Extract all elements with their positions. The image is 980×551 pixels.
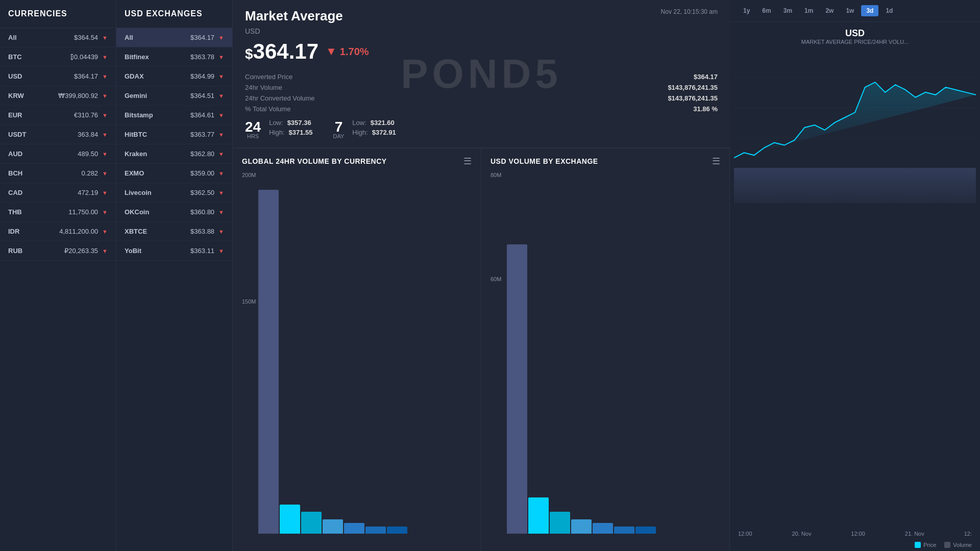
exchange-trend-icon: ▼ xyxy=(218,170,224,177)
currency-row[interactable]: AUD 489.50 ▼ xyxy=(0,144,116,164)
converted-volume-value: $143,876,241.35 xyxy=(668,94,718,102)
period-24-unit: HRS xyxy=(247,133,259,139)
period-24-block: 24 HRS Low: $357.36 High: $371.55 xyxy=(245,119,313,139)
bar xyxy=(635,527,656,534)
currency-row[interactable]: THB 11,750.00 ▼ xyxy=(0,203,116,222)
volume-24hr-label: 24hr Volume xyxy=(245,84,668,91)
global-chart-area: 200M 150M xyxy=(242,172,472,544)
exchange-value: $360.80 xyxy=(190,208,214,216)
time-button-3d[interactable]: 3d xyxy=(861,5,878,16)
exchange-name: XBTCE xyxy=(125,228,190,235)
currency-row[interactable]: EUR €310.76 ▼ xyxy=(0,106,116,125)
currency-value: 0.282 xyxy=(44,169,98,177)
exchange-row[interactable]: Bitstamp $364.61 ▼ xyxy=(116,106,232,125)
time-button-1d[interactable]: 1d xyxy=(880,5,898,16)
exchange-row[interactable]: YoBit $363.11 ▼ xyxy=(116,241,232,261)
exchange-row[interactable]: GDAX $364.99 ▼ xyxy=(116,67,232,86)
exchanges-header: USD EXCHANGES xyxy=(116,0,232,28)
bottom-charts: GLOBAL 24HR VOLUME BY CURRENCY ☰ 200M 15… xyxy=(233,148,730,551)
currency-name: All xyxy=(8,34,44,41)
currency-trend-icon: ▼ xyxy=(102,170,108,177)
time-buttons: 1y6m3m1m2w1w3d1d xyxy=(730,0,980,22)
exchange-trend-icon: ▼ xyxy=(218,132,224,138)
currencies-panel: CURRENCIES All $364.54 ▼ BTC ₿0.04439 ▼ … xyxy=(0,0,116,551)
exchange-value: $363.77 xyxy=(190,131,214,138)
currency-name: USDT xyxy=(8,131,44,138)
time-button-6m[interactable]: 6m xyxy=(757,5,776,16)
time-button-1w[interactable]: 1w xyxy=(841,5,859,16)
usd-y-80: 80M xyxy=(491,172,501,178)
market-avg-title: Market Average xyxy=(245,8,343,24)
currency-row[interactable]: CAD 472.19 ▼ xyxy=(0,183,116,203)
exchange-name: Bitstamp xyxy=(125,111,190,119)
exchange-trend-icon: ▼ xyxy=(218,229,224,235)
currency-trend-icon: ▼ xyxy=(102,229,108,235)
currency-name: THB xyxy=(8,208,44,216)
price-chart-title: USD xyxy=(738,28,972,39)
exchange-trend-icon: ▼ xyxy=(218,35,224,41)
svg-rect-0 xyxy=(734,168,976,203)
exchange-name: Bitfinex xyxy=(125,53,190,61)
exchange-row[interactable]: HitBTC $363.77 ▼ xyxy=(116,125,232,144)
currency-row[interactable]: USDT 363.84 ▼ xyxy=(0,125,116,144)
period-7-values: Low: $321.60 High: $372.91 xyxy=(352,119,396,136)
period-stats: 24 HRS Low: $357.36 High: $371.55 7 xyxy=(245,119,718,139)
chart-x-label: 12:00 xyxy=(738,531,752,537)
volume-24hr-value: $143,876,241.35 xyxy=(668,84,718,91)
converted-price-value: $364.17 xyxy=(668,73,718,81)
period-24-high: High: $371.55 xyxy=(269,129,312,136)
currency-value: €310.76 xyxy=(44,111,98,119)
bar xyxy=(280,505,300,534)
period-24-low: Low: $357.36 xyxy=(269,119,312,127)
currency-trend-icon: ▼ xyxy=(102,209,108,215)
exchange-row[interactable]: Livecoin $362.50 ▼ xyxy=(116,183,232,203)
time-button-2w[interactable]: 2w xyxy=(820,5,839,16)
exchange-row[interactable]: OKCoin $360.80 ▼ xyxy=(116,203,232,222)
period-24-label: 24 HRS xyxy=(245,119,261,139)
bar xyxy=(507,244,527,534)
market-details: Converted Price $364.17 24hr Volume $143… xyxy=(245,73,718,113)
global-chart-menu-icon[interactable]: ☰ xyxy=(463,156,472,167)
period-7-label: 7 DAY xyxy=(333,119,345,139)
exchanges-list: All $364.17 ▼ Bitfinex $363.78 ▼ GDAX $3… xyxy=(116,28,232,261)
currency-name: CAD xyxy=(8,189,44,196)
currency-row[interactable]: BTC ₿0.04439 ▼ xyxy=(0,47,116,67)
time-button-1y[interactable]: 1y xyxy=(738,5,755,16)
bar xyxy=(258,190,279,534)
chart-legend: PriceVolume xyxy=(730,539,980,551)
global-y-200: 200M xyxy=(242,172,256,178)
time-button-3m[interactable]: 3m xyxy=(778,5,797,16)
currency-name: KRW xyxy=(8,92,44,99)
exchange-row[interactable]: All $364.17 ▼ xyxy=(116,28,232,47)
time-button-1m[interactable]: 1m xyxy=(799,5,818,16)
currency-trend-icon: ▼ xyxy=(102,151,108,157)
exchange-value: $364.99 xyxy=(190,72,214,80)
exchange-name: Kraken xyxy=(125,150,190,158)
currency-name: AUD xyxy=(8,150,44,158)
currency-row[interactable]: BCH 0.282 ▼ xyxy=(0,164,116,183)
market-avg-currency: USD xyxy=(245,27,718,35)
period-7-low-key: Low: xyxy=(352,119,366,127)
currency-row[interactable]: All $364.54 ▼ xyxy=(0,28,116,47)
main-area: POND5 Market Average Nov 22, 10:15:30 am… xyxy=(233,0,730,551)
exchange-row[interactable]: EXMO $359.00 ▼ xyxy=(116,164,232,183)
period-7-high: High: $372.91 xyxy=(352,129,396,136)
exchange-row[interactable]: Kraken $362.80 ▼ xyxy=(116,144,232,164)
exchange-row[interactable]: XBTCE $363.88 ▼ xyxy=(116,222,232,241)
currency-row[interactable]: USD $364.17 ▼ xyxy=(0,67,116,86)
exchange-name: OKCoin xyxy=(125,208,190,216)
exchange-name: EXMO xyxy=(125,169,190,177)
currency-row[interactable]: IDR 4,811,200.00 ▼ xyxy=(0,222,116,241)
exchange-value: $364.17 xyxy=(190,34,214,41)
currency-row[interactable]: KRW ₩399,800.92 ▼ xyxy=(0,86,116,106)
currency-name: EUR xyxy=(8,111,44,119)
currency-value: 489.50 xyxy=(44,150,98,158)
currency-row[interactable]: RUB ₽20,263.35 ▼ xyxy=(0,241,116,261)
legend-label: Price xyxy=(923,542,936,548)
usd-chart-menu-icon[interactable]: ☰ xyxy=(712,156,720,167)
market-avg-price: $364.17 ▼ 1.70% xyxy=(245,39,718,64)
exchange-row[interactable]: Gemini $364.51 ▼ xyxy=(116,86,232,106)
currency-value: 11,750.00 xyxy=(44,208,98,216)
exchange-row[interactable]: Bitfinex $363.78 ▼ xyxy=(116,47,232,67)
period-7-unit: DAY xyxy=(333,133,345,139)
